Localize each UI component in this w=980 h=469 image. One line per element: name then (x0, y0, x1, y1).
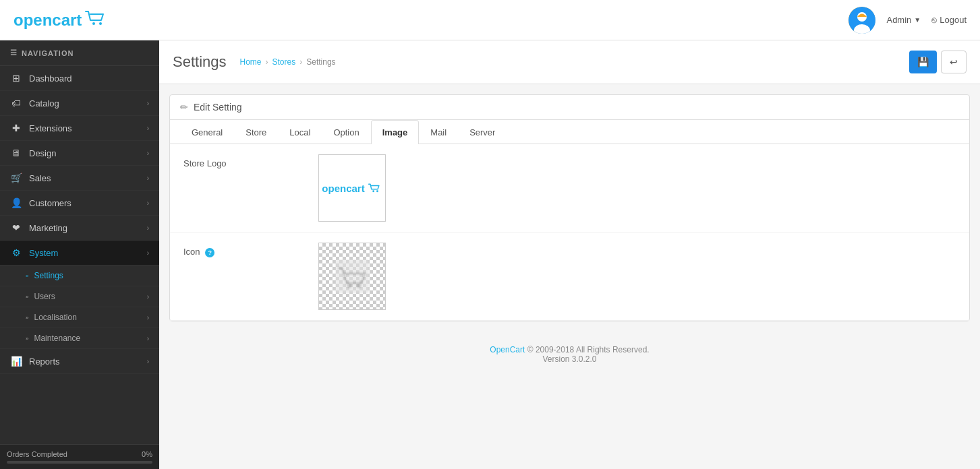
reports-icon: 📊 (10, 356, 22, 367)
store-logo-label: Store Logo (183, 154, 318, 168)
sidebar-sublabel-settings: Settings (34, 271, 63, 280)
store-logo-control: opencart (318, 154, 956, 222)
sub-dot-users-icon: » (26, 294, 28, 300)
progress-bar-background (7, 461, 152, 464)
chevron-right-icon-cust: › (147, 199, 149, 207)
header-right: Admin ▼ ⎋ Logout (848, 7, 967, 34)
admin-caret-icon: ▼ (914, 16, 921, 24)
svg-point-5 (372, 190, 374, 192)
sidebar-subitem-users[interactable]: » Users › (0, 286, 159, 307)
breadcrumb-sep-2: › (299, 57, 302, 67)
sub-dot-maint-icon: » (26, 336, 28, 342)
catalog-icon: 🏷 (10, 98, 22, 108)
progress-percent: 0% (142, 450, 152, 458)
sidebar-sublabel-maintenance: Maintenance (34, 334, 80, 343)
chevron-right-icon-sys: › (147, 249, 149, 257)
marketing-icon: ❤ (10, 222, 22, 233)
breadcrumb: Home › Stores › Settings (240, 57, 336, 67)
admin-label: Admin (886, 15, 911, 25)
sidebar-item-marketing[interactable]: ❤ Marketing › (0, 216, 159, 241)
chevron-right-icon-rep: › (147, 358, 149, 365)
nav-header-label: NAVIGATION (22, 49, 74, 57)
sidebar-item-reports[interactable]: 📊 Reports › (0, 349, 159, 374)
sidebar-item-customers[interactable]: 👤 Customers › (0, 191, 159, 216)
sidebar-label-dashboard: Dashboard (29, 73, 72, 84)
main-layout: ☰ NAVIGATION ⊞ Dashboard 🏷 Catalog › ✚ E… (0, 40, 980, 469)
admin-button[interactable]: Admin ▼ (886, 15, 921, 25)
breadcrumb-sep-1: › (266, 57, 268, 67)
sidebar-subitem-settings[interactable]: » Settings (0, 265, 159, 286)
icon-preview-svg (332, 256, 372, 296)
chevron-right-icon: › (147, 100, 149, 107)
tab-server[interactable]: Server (458, 120, 507, 144)
tab-mail[interactable]: Mail (419, 120, 458, 144)
sub-dot-icon: » (26, 273, 28, 279)
sidebar-item-sales[interactable]: 🛒 Sales › (0, 166, 159, 191)
tab-image[interactable]: Image (371, 120, 420, 144)
svg-point-6 (376, 190, 378, 192)
content-area: Settings Home › Stores › Settings 💾 ↩ ✏ … (159, 40, 980, 469)
page-header: Settings Home › Stores › Settings 💾 ↩ (159, 40, 980, 84)
hamburger-icon: ☰ (10, 49, 18, 57)
sidebar-label-customers: Customers (29, 198, 71, 208)
sidebar-item-extensions[interactable]: ✚ Extensions › (0, 116, 159, 141)
icon-help-icon[interactable]: ? (205, 248, 214, 257)
back-button[interactable]: ↩ (941, 51, 967, 73)
svg-rect-10 (335, 259, 369, 293)
icon-image-box[interactable] (318, 243, 386, 310)
sidebar-item-dashboard[interactable]: ⊞ Dashboard (0, 66, 159, 91)
store-logo-preview: opencart (322, 183, 382, 194)
store-logo-cart-icon (368, 183, 382, 193)
sidebar-item-system[interactable]: ⚙ System › (0, 241, 159, 265)
footer-copyright: © 2009-2018 All Rights Reserved. (527, 345, 650, 354)
sidebar-item-design[interactable]: 🖥 Design › (0, 141, 159, 166)
save-button[interactable]: 💾 (909, 51, 937, 73)
page-title: Settings (173, 53, 227, 71)
sidebar-label-extensions: Extensions (29, 123, 72, 133)
logo-area: opencart (13, 10, 109, 30)
avatar (848, 7, 875, 34)
chevron-right-icon-des: › (147, 150, 149, 157)
store-logo-image-box[interactable]: opencart (318, 154, 386, 222)
breadcrumb-home[interactable]: Home (240, 57, 262, 67)
chevron-right-icon-mkt: › (147, 224, 149, 232)
sidebar: ☰ NAVIGATION ⊞ Dashboard 🏷 Catalog › ✚ E… (0, 40, 159, 469)
system-icon: ⚙ (10, 247, 22, 258)
sidebar-subitem-localisation[interactable]: » Localisation › (0, 307, 159, 328)
chevron-right-icon-sales: › (147, 175, 149, 182)
chevron-right-local: › (147, 314, 149, 321)
sidebar-label-design: Design (29, 148, 56, 158)
chevron-right-icon-ext: › (147, 125, 149, 132)
logo-text: opencart (13, 11, 82, 30)
sub-dot-local-icon: » (26, 315, 28, 321)
logo: opencart (13, 10, 109, 30)
sidebar-label-reports: Reports (29, 356, 60, 367)
tab-local[interactable]: Local (278, 120, 322, 144)
breadcrumb-settings: Settings (306, 57, 335, 67)
tab-option[interactable]: Option (322, 120, 370, 144)
header-actions: 💾 ↩ (909, 51, 967, 73)
sidebar-label-catalog: Catalog (29, 98, 59, 108)
card-header: ✏ Edit Setting (170, 95, 969, 120)
footer-brand-link[interactable]: OpenCart (490, 345, 525, 354)
tab-store[interactable]: Store (234, 120, 278, 144)
sidebar-label-marketing: Marketing (29, 223, 67, 233)
logout-button[interactable]: ⎋ Logout (931, 15, 967, 25)
sidebar-label-system: System (29, 248, 58, 258)
sidebar-progress: Orders Completed 0% (0, 444, 159, 469)
breadcrumb-stores[interactable]: Stores (272, 57, 296, 67)
icon-label: Icon ? (183, 243, 318, 257)
card-body: General Store Local Option Image Mail Se… (170, 120, 969, 321)
logo-cart-icon (84, 10, 109, 30)
sidebar-subitem-maintenance[interactable]: » Maintenance › (0, 328, 159, 349)
top-header: opencart Admin ▼ (0, 0, 980, 40)
tab-general[interactable]: General (180, 120, 234, 144)
icon-control (318, 243, 956, 310)
form-row-store-logo: Store Logo opencart (170, 144, 969, 232)
customers-icon: 👤 (10, 197, 22, 208)
chevron-right-maint: › (147, 335, 149, 342)
design-icon: 🖥 (10, 148, 22, 158)
sidebar-item-catalog[interactable]: 🏷 Catalog › (0, 91, 159, 116)
svg-point-0 (92, 22, 95, 25)
footer: OpenCart © 2009-2018 All Rights Reserved… (159, 332, 980, 377)
